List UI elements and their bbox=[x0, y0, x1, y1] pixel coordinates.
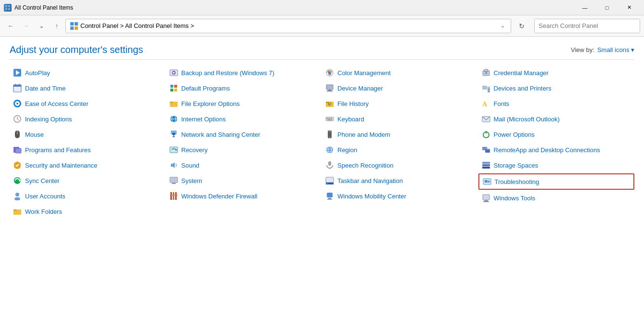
indexing-icon bbox=[13, 114, 22, 124]
item-fonts[interactable]: AFonts bbox=[478, 96, 635, 111]
page-title: Adjust your computer's settings bbox=[10, 44, 143, 55]
close-button[interactable]: ✕ bbox=[618, 0, 640, 15]
up-button[interactable]: ↑ bbox=[50, 19, 64, 33]
taskbar-icon bbox=[325, 176, 335, 185]
region-icon bbox=[325, 145, 335, 155]
devicemgr-icon bbox=[325, 83, 335, 93]
item-label-mail: Mail (Microsoft Outlook) bbox=[494, 116, 560, 123]
troubleshooting-icon bbox=[482, 177, 492, 186]
item-firewall[interactable]: Windows Defender Firewall bbox=[166, 189, 322, 203]
item-wintools[interactable]: Windows Tools bbox=[478, 191, 635, 205]
svg-rect-70 bbox=[331, 118, 332, 119]
item-autoplay[interactable]: AutoPlay bbox=[10, 65, 166, 80]
item-sync[interactable]: Sync Center bbox=[10, 173, 166, 188]
svg-rect-5 bbox=[75, 22, 78, 26]
item-label-mobility: Windows Mobility Center bbox=[337, 193, 406, 200]
refresh-button[interactable]: ↻ bbox=[515, 19, 528, 33]
item-speech[interactable]: Speech Recognition bbox=[322, 158, 478, 172]
item-label-security: Security and Maintenance bbox=[25, 162, 97, 169]
items-grid: AutoPlayDate and TimeEase of Access Cent… bbox=[10, 65, 634, 219]
address-bar[interactable]: Control Panel > All Control Panel Items … bbox=[65, 19, 511, 33]
svg-rect-11 bbox=[13, 85, 21, 87]
item-recovery[interactable]: Recovery bbox=[166, 143, 322, 157]
item-mail[interactable]: Mail (Microsoft Outlook) bbox=[478, 112, 635, 126]
item-internet[interactable]: Internet Options bbox=[166, 112, 322, 126]
item-taskbar[interactable]: Taskbar and Navigation bbox=[322, 173, 478, 188]
item-phone[interactable]: Phone and Modem bbox=[322, 127, 478, 142]
sound-icon bbox=[169, 160, 179, 170]
autoplay-icon bbox=[13, 68, 22, 78]
item-region[interactable]: Region bbox=[322, 143, 478, 157]
item-backup[interactable]: Backup and Restore (Windows 7) bbox=[166, 65, 322, 80]
item-defaultprog[interactable]: Default Programs bbox=[166, 81, 322, 95]
item-label-users: User Accounts bbox=[25, 193, 65, 200]
item-label-defaultprog: Default Programs bbox=[181, 85, 230, 92]
item-programs[interactable]: Programs and Features bbox=[10, 143, 166, 157]
network-icon bbox=[169, 130, 179, 139]
item-devicemgr[interactable]: Device Manager bbox=[322, 81, 478, 95]
svg-rect-1 bbox=[8, 5, 10, 7]
item-power[interactable]: Power Options bbox=[478, 127, 635, 142]
view-by-value[interactable]: Small icons ▾ bbox=[597, 46, 634, 53]
item-label-workfolders: Work Folders bbox=[25, 208, 62, 215]
color-icon bbox=[325, 68, 335, 78]
item-network[interactable]: Network and Sharing Center bbox=[166, 127, 322, 142]
item-filehistory[interactable]: File History bbox=[322, 96, 478, 111]
svg-rect-4 bbox=[70, 22, 74, 26]
maximize-button[interactable]: □ bbox=[596, 0, 618, 15]
svg-rect-38 bbox=[170, 102, 173, 103]
item-label-devicemgr: Device Manager bbox=[337, 85, 383, 92]
item-devices[interactable]: Devices and Printers bbox=[478, 81, 635, 95]
svg-rect-7 bbox=[75, 26, 78, 30]
item-label-credential: Credential Manager bbox=[494, 69, 549, 77]
minimize-button[interactable]: — bbox=[574, 0, 596, 15]
window-icon bbox=[4, 4, 12, 12]
mouse-icon bbox=[13, 130, 22, 139]
item-ease[interactable]: Ease of Access Center bbox=[10, 96, 166, 111]
svg-rect-54 bbox=[170, 195, 178, 196]
content-header: Adjust your computer's settings View by:… bbox=[10, 44, 634, 60]
users-icon bbox=[13, 191, 22, 201]
item-remote[interactable]: RemoteApp and Desktop Connections bbox=[478, 143, 635, 157]
svg-rect-61 bbox=[327, 91, 333, 92]
item-datetime[interactable]: Date and Time bbox=[10, 81, 166, 95]
datetime-icon bbox=[13, 83, 22, 93]
dropdown-button[interactable]: ⌄ bbox=[35, 19, 48, 33]
item-keyboard[interactable]: Keyboard bbox=[322, 112, 478, 126]
item-security[interactable]: Security and Maintenance bbox=[10, 158, 166, 172]
item-sound[interactable]: Sound bbox=[166, 158, 322, 172]
item-label-devices: Devices and Printers bbox=[494, 85, 552, 92]
svg-rect-29 bbox=[13, 209, 17, 211]
item-indexing[interactable]: Indexing Options bbox=[10, 112, 166, 126]
sync-icon bbox=[13, 176, 22, 185]
item-troubleshooting[interactable]: Troubleshooting bbox=[478, 173, 635, 190]
ease-icon bbox=[13, 99, 22, 108]
item-fileexplorer[interactable]: File Explorer Options bbox=[166, 96, 322, 111]
item-label-indexing: Indexing Options bbox=[25, 116, 72, 123]
back-button[interactable]: ← bbox=[4, 19, 17, 33]
svg-rect-50 bbox=[172, 183, 176, 184]
search-input[interactable] bbox=[534, 19, 640, 33]
item-label-region: Region bbox=[337, 146, 357, 154]
item-color[interactable]: Color Management bbox=[322, 65, 478, 80]
item-workfolders[interactable]: Work Folders bbox=[10, 204, 166, 219]
remote-icon bbox=[481, 145, 491, 155]
item-credential[interactable]: Credential Manager bbox=[478, 65, 635, 80]
item-label-programs: Programs and Features bbox=[25, 146, 91, 154]
svg-rect-71 bbox=[328, 119, 332, 120]
item-label-mouse: Mouse bbox=[25, 131, 44, 138]
address-chevron[interactable]: ⌄ bbox=[499, 23, 507, 29]
item-mouse[interactable]: Mouse bbox=[10, 127, 166, 142]
forward-button[interactable]: → bbox=[19, 19, 33, 33]
item-label-recovery: Recovery bbox=[181, 146, 208, 154]
item-storage[interactable]: Storage Spaces bbox=[478, 158, 635, 172]
item-users[interactable]: User Accounts bbox=[10, 189, 166, 203]
svg-rect-86 bbox=[328, 198, 331, 199]
svg-rect-101 bbox=[482, 162, 490, 164]
mail-icon bbox=[481, 114, 491, 124]
item-mobility[interactable]: Windows Mobility Center bbox=[322, 189, 478, 203]
item-label-keyboard: Keyboard bbox=[337, 116, 364, 123]
item-system[interactable]: System bbox=[166, 173, 322, 188]
svg-rect-23 bbox=[15, 148, 21, 153]
svg-rect-68 bbox=[327, 118, 328, 119]
